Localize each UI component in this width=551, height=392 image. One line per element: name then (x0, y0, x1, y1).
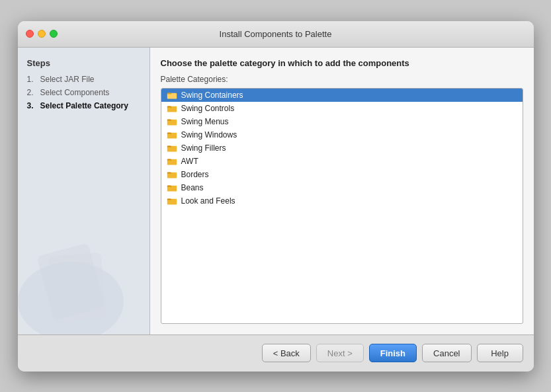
bottom-bar: < Back Next > Finish Cancel Help (18, 334, 534, 372)
category-label: AWT (181, 157, 198, 166)
step-3-label: Select Palette Category (40, 101, 128, 110)
category-item[interactable]: Look and Feels (161, 194, 523, 208)
finish-button[interactable]: Finish (369, 344, 417, 362)
help-button[interactable]: Help (477, 344, 523, 362)
sidebar-decoration (18, 222, 137, 334)
folder-icon (167, 196, 177, 206)
category-item[interactable]: Swing Containers (161, 89, 523, 102)
folder-icon (167, 157, 177, 166)
folder-icon (167, 117, 177, 126)
main-window: Install Components to Palette Steps 1. S… (18, 21, 534, 372)
folder-icon (167, 91, 177, 100)
category-label: Look and Feels (181, 196, 235, 206)
step-1-num: 1. (27, 75, 38, 84)
step-1: 1. Select JAR File (27, 75, 140, 84)
category-item[interactable]: Swing Menus (161, 115, 523, 128)
main-panel: Choose the palette category in which to … (150, 48, 534, 334)
titlebar: Install Components to Palette (18, 21, 534, 48)
step-2-num: 2. (27, 88, 38, 97)
folder-icon (167, 183, 177, 192)
category-label: Swing Menus (181, 117, 229, 126)
step-3-num: 3. (27, 101, 38, 110)
folder-icon (167, 143, 177, 153)
category-label: Swing Controls (181, 104, 235, 113)
back-button[interactable]: < Back (262, 344, 311, 362)
next-button[interactable]: Next > (316, 344, 364, 362)
category-item[interactable]: Borders (161, 168, 523, 181)
category-label: Borders (181, 170, 209, 179)
window-title: Install Components to Palette (220, 29, 332, 39)
content-area: Steps 1. Select JAR File 2. Select Compo… (18, 48, 534, 334)
sidebar-heading: Steps (27, 58, 140, 68)
category-item[interactable]: Beans (161, 181, 523, 194)
close-button[interactable] (26, 30, 34, 38)
traffic-lights (26, 30, 58, 38)
svg-rect-2 (48, 252, 106, 323)
cancel-button[interactable]: Cancel (422, 344, 471, 362)
folder-icon (167, 130, 177, 139)
step-1-label: Select JAR File (40, 75, 95, 84)
category-item[interactable]: Swing Controls (161, 102, 523, 115)
folder-icon (167, 170, 177, 179)
category-label: Beans (181, 183, 204, 192)
main-title: Choose the palette category in which to … (161, 58, 523, 68)
step-list: 1. Select JAR File 2. Select Components … (27, 75, 140, 110)
step-3: 3. Select Palette Category (27, 101, 140, 110)
step-2: 2. Select Components (27, 88, 140, 97)
maximize-button[interactable] (50, 30, 58, 38)
category-label: Swing Fillers (181, 143, 226, 153)
step-2-label: Select Components (40, 88, 110, 97)
category-item[interactable]: AWT (161, 155, 523, 168)
category-item[interactable]: Swing Windows (161, 128, 523, 141)
category-label: Swing Windows (181, 130, 237, 139)
category-list: Swing ContainersSwing ControlsSwing Menu… (161, 88, 523, 324)
folder-icon (167, 104, 177, 113)
category-label: Swing Containers (181, 91, 243, 100)
category-item[interactable]: Swing Fillers (161, 141, 523, 155)
sidebar: Steps 1. Select JAR File 2. Select Compo… (18, 48, 150, 334)
palette-categories-label: Palette Categories: (161, 75, 523, 84)
minimize-button[interactable] (38, 30, 46, 38)
